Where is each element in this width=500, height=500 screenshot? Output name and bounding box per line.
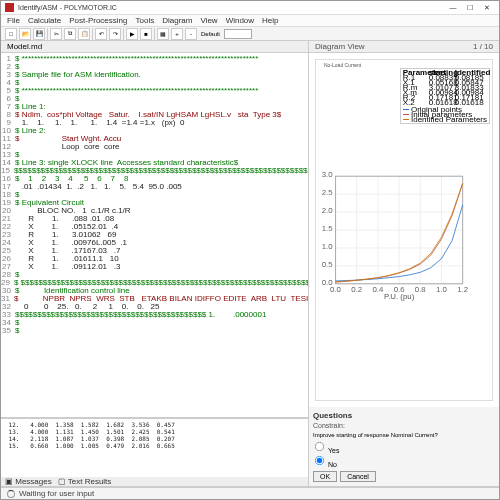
svg-text:1.5: 1.5 bbox=[322, 224, 334, 233]
constrain-label: Constrain: bbox=[313, 422, 495, 429]
zoomin-button[interactable]: + bbox=[171, 28, 183, 40]
zoomout-button[interactable]: - bbox=[185, 28, 197, 40]
questions-title: Questions bbox=[313, 411, 495, 420]
svg-text:0.8: 0.8 bbox=[415, 285, 426, 294]
cancel-button[interactable]: Cancel bbox=[340, 471, 376, 482]
titlebar: Identify/ASM - POLYMOTOR.IC — ☐ ✕ bbox=[1, 1, 499, 15]
diagram-tab[interactable]: Diagram View 1 / 10 bbox=[309, 41, 499, 53]
toolbar-separator bbox=[123, 28, 124, 40]
undo-button[interactable]: ↶ bbox=[95, 28, 107, 40]
stop-button[interactable]: ■ bbox=[140, 28, 152, 40]
source-line[interactable]: 3$ Sample file for ASM identification. bbox=[1, 71, 308, 79]
new-button[interactable]: □ bbox=[5, 28, 17, 40]
grid-button[interactable]: ▦ bbox=[157, 28, 169, 40]
svg-text:P.U. (pu): P.U. (pu) bbox=[384, 292, 415, 301]
menu-tools[interactable]: Tools bbox=[136, 16, 155, 25]
menu-window[interactable]: Window bbox=[226, 16, 254, 25]
menu-file[interactable]: File bbox=[7, 16, 20, 25]
source-line[interactable]: 1$ *************************************… bbox=[1, 55, 308, 63]
menu-calculate[interactable]: Calculate bbox=[28, 16, 61, 25]
open-button[interactable]: 📂 bbox=[19, 28, 31, 40]
source-line[interactable]: 6$ bbox=[1, 95, 308, 103]
svg-text:1.2: 1.2 bbox=[457, 285, 468, 294]
source-line[interactable]: 27 X 1. .09112.01 .3 bbox=[1, 263, 308, 271]
page-label: 1 / 10 bbox=[473, 42, 493, 51]
toolbar-separator bbox=[154, 28, 155, 40]
source-line[interactable]: 17 .01 .01434 1. .2 1. 1. 5. 5.4 95.0 .0… bbox=[1, 183, 308, 191]
svg-text:1.0: 1.0 bbox=[436, 285, 448, 294]
paste-button[interactable]: 📋 bbox=[78, 28, 90, 40]
chart: No-Load Current 0.00.20.40.60.81.01.20.0… bbox=[315, 59, 493, 401]
source-line[interactable]: 34$ bbox=[1, 319, 308, 327]
cut-button[interactable]: ✂ bbox=[50, 28, 62, 40]
statusbar: Waiting for user input bbox=[1, 487, 499, 499]
option-yes[interactable]: Yes bbox=[313, 440, 495, 454]
toolbar: □📂💾✂⧉📋↶↷▶■▦+-Default bbox=[1, 27, 499, 41]
app-window: Identify/ASM - POLYMOTOR.IC — ☐ ✕ FileCa… bbox=[0, 0, 500, 500]
bottom-tab-text-results[interactable]: ▢ Text Results bbox=[58, 477, 112, 486]
option-no[interactable]: No bbox=[313, 454, 495, 468]
run-button[interactable]: ▶ bbox=[126, 28, 138, 40]
source-line[interactable]: 12 Loop core core bbox=[1, 143, 308, 151]
menu-post-processing[interactable]: Post-Processing bbox=[69, 16, 127, 25]
menubar: FileCalculatePost-ProcessingToolsDiagram… bbox=[1, 15, 499, 27]
close-button[interactable]: ✕ bbox=[479, 2, 495, 14]
svg-text:0.0: 0.0 bbox=[322, 278, 334, 287]
menu-view[interactable]: View bbox=[200, 16, 217, 25]
svg-text:0.5: 0.5 bbox=[322, 260, 334, 269]
minimize-button[interactable]: — bbox=[445, 2, 461, 14]
save-button[interactable]: 💾 bbox=[33, 28, 45, 40]
zoom-label: Default bbox=[199, 31, 222, 37]
svg-text:0.4: 0.4 bbox=[372, 285, 384, 294]
svg-text:2.5: 2.5 bbox=[322, 188, 334, 197]
svg-text:2.0: 2.0 bbox=[322, 206, 334, 215]
svg-text:0.2: 0.2 bbox=[351, 285, 362, 294]
source-line[interactable]: 33$$$$$$$$$$$$$$$$$$$$$$$$$$$$$$$$$$$$$$… bbox=[1, 311, 308, 319]
chart-title: No-Load Current bbox=[324, 62, 361, 68]
app-icon bbox=[5, 3, 14, 12]
copy-button[interactable]: ⧉ bbox=[64, 28, 76, 40]
zoom-input[interactable] bbox=[224, 29, 252, 39]
source-editor[interactable]: 1$ *************************************… bbox=[1, 53, 308, 417]
ok-button[interactable]: OK bbox=[313, 471, 337, 482]
redo-button[interactable]: ↷ bbox=[109, 28, 121, 40]
source-line[interactable]: 9 1. 1. 1. 1. 1. 1.4 =1.4 =1.x (px) 0 bbox=[1, 119, 308, 127]
source-line[interactable]: 35$ bbox=[1, 327, 308, 335]
chart-legend: ParametersstartingIdentifiedR.10.088350.… bbox=[400, 68, 490, 124]
toolbar-separator bbox=[47, 28, 48, 40]
menu-help[interactable]: Help bbox=[262, 16, 278, 25]
svg-text:3.0: 3.0 bbox=[322, 170, 334, 179]
messages-tabbar: ▣ Messages▢ Text Results bbox=[1, 477, 308, 487]
question-prompt: Improve starting of response Nominal Cur… bbox=[313, 432, 495, 438]
bottom-tab-messages[interactable]: ▣ Messages bbox=[5, 477, 52, 486]
messages-body[interactable]: 12. 4.000 1.358 1.582 1.682 3.536 0.457 … bbox=[1, 419, 308, 477]
questions-panel: Questions Constrain: Improve starting of… bbox=[309, 407, 499, 487]
spinner-icon bbox=[7, 490, 15, 498]
source-line[interactable]: 5$ *************************************… bbox=[1, 87, 308, 95]
maximize-button[interactable]: ☐ bbox=[462, 2, 478, 14]
menu-diagram[interactable]: Diagram bbox=[162, 16, 192, 25]
source-tab[interactable]: Model.md bbox=[1, 41, 308, 53]
toolbar-separator bbox=[92, 28, 93, 40]
svg-text:1.0: 1.0 bbox=[322, 242, 334, 251]
window-title: Identify/ASM - POLYMOTOR.IC bbox=[18, 4, 445, 11]
